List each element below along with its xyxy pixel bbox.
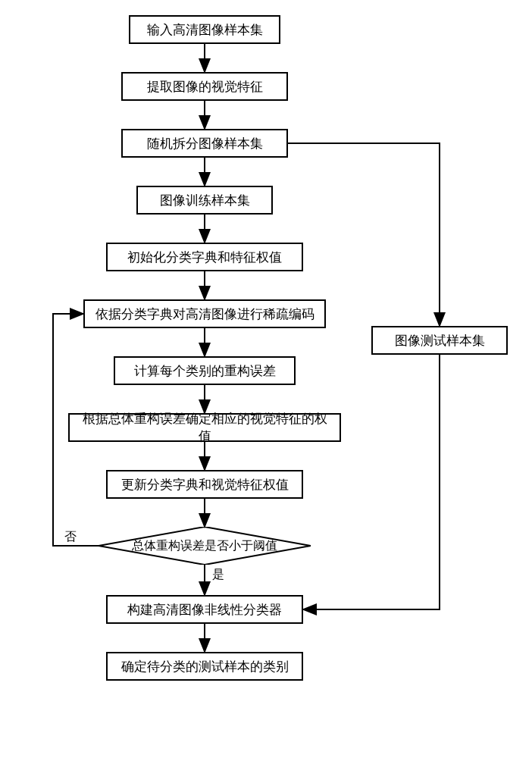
flowchart-arrows [0,0,532,758]
flowchart-container: 输入高清图像样本集 提取图像的视觉特征 随机拆分图像样本集 图像训练样本集 初始… [0,0,532,758]
